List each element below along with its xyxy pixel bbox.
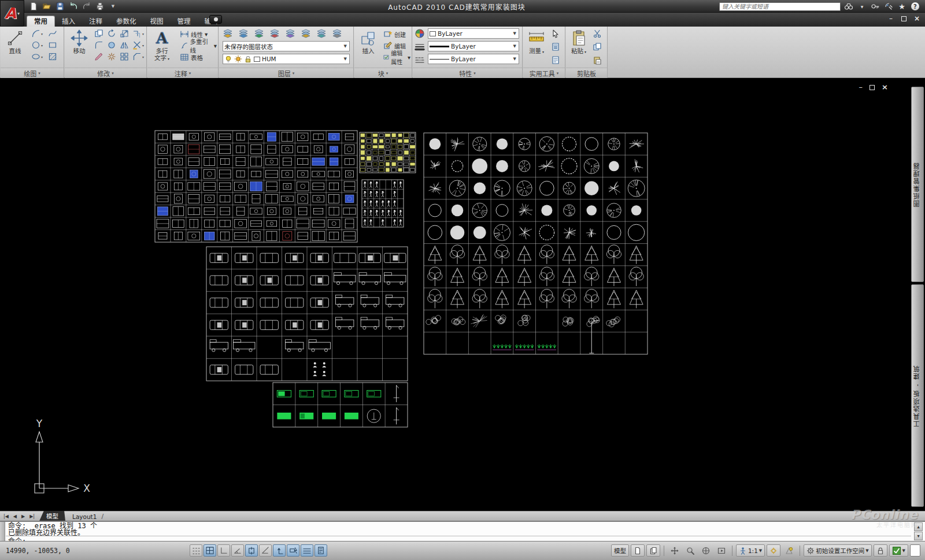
scale-tool-icon[interactable] [119, 28, 131, 39]
first-tab-icon[interactable]: |◀ [1, 514, 11, 519]
search-icon[interactable] [843, 2, 854, 11]
doc-restore-button[interactable] [870, 85, 875, 90]
doc-close-button[interactable]: × [882, 84, 888, 91]
block-group-furniture-blocks[interactable] [155, 131, 357, 242]
zoom-button[interactable] [683, 544, 697, 557]
command-window[interactable]: 命令: _erase 找到 13 个 已删除填充边界关联性。 命令: ▲ ▼ [0, 521, 925, 541]
lineweight-dropdown[interactable]: ByLayer▼ [428, 41, 519, 51]
prev-tab-icon[interactable]: ◀ [11, 514, 19, 519]
close-button[interactable]: × [912, 14, 922, 23]
copy-tool-icon[interactable] [94, 28, 106, 39]
ribbon-tab-视图[interactable]: 视图 [143, 16, 171, 27]
annotation-scale-button[interactable]: 1:1▼ [736, 544, 765, 557]
subscription-key-icon[interactable] [870, 2, 880, 11]
paste-special-icon[interactable] [592, 55, 602, 65]
search-menu-icon[interactable]: ▼ [857, 2, 867, 11]
favorites-star-icon[interactable]: ★ [897, 2, 907, 11]
layer-tool-icon-5[interactable] [284, 28, 296, 39]
workspace-switcher[interactable]: 初始设置工作空间▼ [804, 544, 871, 557]
command-window-grip[interactable] [0, 522, 5, 542]
quick-calc-icon[interactable] [550, 42, 561, 52]
open-file-icon[interactable] [41, 2, 52, 12]
mtext-tool-button[interactable]: A 多行 文字 ▾ [149, 28, 175, 66]
toggle-grid-icon[interactable] [204, 544, 216, 557]
array-tool-icon[interactable] [119, 51, 131, 62]
minimize-button[interactable]: – [886, 14, 896, 23]
quick-view-drawings-button[interactable] [646, 544, 660, 557]
quick-select-icon[interactable] [550, 28, 561, 39]
toggle-snap-icon[interactable] [190, 544, 202, 557]
mirror-tool-icon[interactable] [119, 40, 131, 50]
arc-tool-icon[interactable]: ▾ [31, 28, 47, 39]
ellipse-tool-icon[interactable]: ▾ [31, 51, 47, 62]
layout-tab-Layout1[interactable]: Layout1 [65, 513, 103, 521]
ribbon-tab-参数化[interactable]: 参数化 [109, 16, 143, 27]
undo-icon[interactable] [68, 2, 79, 12]
block-group-green-furniture-blocks[interactable] [273, 383, 408, 427]
block-group-vehicle-blocks[interactable] [206, 247, 408, 381]
toolbar-lock-button[interactable] [874, 544, 887, 557]
panel-label-modify[interactable]: 修改▾ [65, 68, 146, 78]
circle-tool-icon[interactable]: ▾ [31, 40, 47, 50]
quick-view-layouts-button[interactable] [631, 544, 645, 557]
toggle-quick-properties-icon[interactable] [314, 544, 327, 557]
panel-label-annotate[interactable]: 注释▾ [147, 68, 218, 78]
panel-label-properties[interactable]: 特性▾ [413, 68, 522, 78]
drawing-canvas[interactable]: YX [0, 78, 925, 511]
palette-tab-tool-palettes[interactable]: 工具选项板 - 建筑 [911, 284, 924, 507]
palette-tab-sheet-set-manager[interactable]: 图纸集管理器 [911, 87, 924, 282]
pan-button[interactable] [668, 544, 682, 557]
communication-center-icon[interactable] [883, 2, 894, 11]
cut-icon[interactable] [592, 28, 602, 39]
measure-tool-button[interactable]: 测量 ▾ [524, 28, 549, 66]
ribbon-tab-管理[interactable]: 管理 [171, 16, 198, 27]
multileader-item[interactable]: 多重引线▾ [179, 40, 218, 51]
app-menu-button[interactable]: A▾ [0, 0, 24, 27]
spline-tool-icon[interactable] [47, 28, 62, 39]
edit-attributes-item[interactable]: 编辑属性▾ [382, 51, 412, 63]
layer-dropdown[interactable]: HUM▼ [223, 54, 350, 64]
restore-button[interactable] [901, 16, 906, 21]
layer-tool-icon-8[interactable] [331, 28, 343, 39]
layer-tool-icon-7[interactable] [316, 28, 327, 39]
chamfer-tool-icon[interactable]: ▾ [132, 51, 146, 62]
toggle-ducs-icon[interactable] [273, 544, 286, 557]
layer-tool-icon-6[interactable] [300, 28, 312, 39]
plot-icon[interactable] [94, 2, 105, 12]
paste-button[interactable]: 粘贴 ▾ [567, 28, 590, 66]
panel-label-clipboard[interactable]: 剪贴板 [566, 68, 607, 78]
layer-tool-icon-1[interactable] [222, 28, 234, 39]
model-space-button[interactable]: 模型 [611, 544, 629, 557]
coordinate-display[interactable]: 14990, -10053, 0 [6, 547, 70, 555]
annotation-visibility-button[interactable] [767, 544, 780, 557]
offset-tool-icon[interactable]: ▾ [132, 28, 146, 39]
search-input[interactable] [719, 2, 841, 11]
scroll-down-icon[interactable]: ▼ [914, 532, 923, 540]
object-color-icon[interactable] [415, 28, 425, 39]
color-dropdown[interactable]: ByLayer▼ [428, 28, 519, 39]
record-icon[interactable] [209, 15, 222, 24]
redo-icon[interactable] [81, 2, 92, 12]
ribbon-tab-常用[interactable]: 常用 [27, 16, 55, 27]
toggle-lineweight-icon[interactable] [301, 544, 313, 557]
copy-clip-icon[interactable] [592, 42, 602, 52]
layer-tool-icon-2[interactable] [238, 28, 249, 39]
region-tool-icon[interactable] [106, 40, 119, 50]
toggle-dyn-icon[interactable] [287, 544, 299, 557]
new-file-icon[interactable] [28, 2, 39, 12]
panel-label-utilities[interactable]: 实用工具▾ [523, 68, 565, 78]
panel-label-block[interactable]: 块▾ [354, 68, 412, 78]
explode-tool-icon[interactable] [106, 51, 119, 62]
insert-block-button[interactable]: 插入 [356, 28, 381, 66]
toggle-ortho-icon[interactable] [217, 544, 230, 557]
help-icon[interactable]: ? [911, 2, 919, 10]
doc-minimize-button[interactable]: – [859, 84, 863, 91]
layer-tool-icon-4[interactable] [269, 28, 280, 39]
create-block-item[interactable]: 创建 [382, 28, 412, 40]
status-tray-button[interactable]: ▼ [889, 544, 908, 557]
toggle-otrack-icon[interactable] [259, 544, 272, 557]
panel-label-layers[interactable]: 图层▾ [219, 68, 353, 78]
scroll-up-icon[interactable]: ▲ [914, 522, 923, 531]
lineweight-icon[interactable] [415, 42, 425, 52]
panel-label-draw[interactable]: 绘图▾ [1, 68, 64, 78]
